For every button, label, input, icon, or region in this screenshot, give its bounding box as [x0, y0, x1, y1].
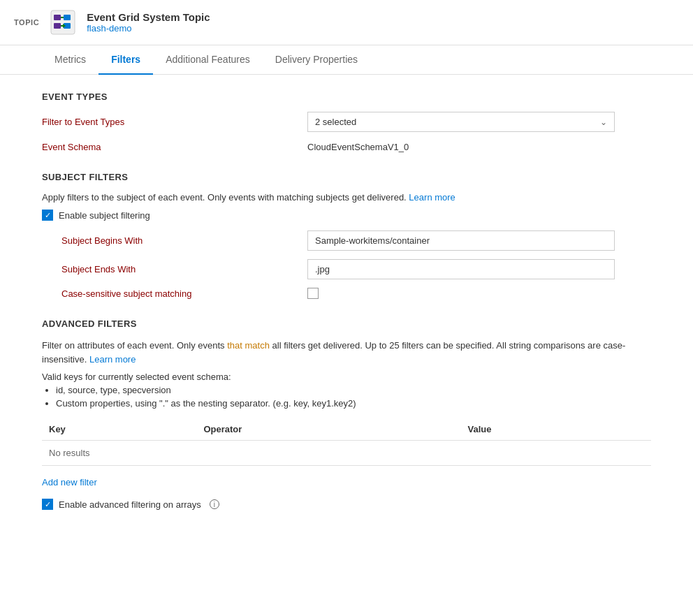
case-sensitive-row: Case-sensitive subject matching — [42, 288, 651, 299]
valid-keys-section: Valid keys for currently selected event … — [42, 372, 651, 409]
subject-filters-desc-text: Apply filters to the subject of each eve… — [42, 192, 407, 203]
enable-subject-filtering-label: Enable subject filtering — [59, 210, 150, 221]
advanced-desc-highlight: that match — [227, 340, 270, 351]
page-header: TOPIC Event Grid System Topic flash-demo — [0, 0, 693, 45]
advanced-desc-part1: Filter on attributes of each event. Only… — [42, 340, 227, 351]
checkmark-icon: ✓ — [45, 212, 51, 219]
subject-filters-section: SUBJECT FILTERS Apply filters to the sub… — [42, 172, 651, 299]
advanced-filters-learn-more[interactable]: Learn more — [89, 354, 136, 365]
tab-metrics[interactable]: Metrics — [42, 45, 99, 75]
tab-delivery-properties[interactable]: Delivery Properties — [263, 45, 370, 75]
resource-title: Event Grid System Topic — [87, 11, 210, 23]
svg-rect-3 — [64, 15, 71, 20]
subject-filters-title: SUBJECT FILTERS — [42, 172, 651, 182]
filter-event-types-dropdown[interactable]: 2 selected ⌄ — [307, 112, 615, 132]
main-content: EVENT TYPES Filter to Event Types 2 sele… — [0, 75, 693, 546]
event-schema-row: Event Schema CloudEventSchemaV1_0 — [42, 142, 651, 152]
valid-keys-list: id, source, type, specversion Custom pro… — [42, 385, 651, 409]
enable-subject-filtering-row: ✓ Enable subject filtering — [42, 210, 651, 221]
tab-additional-features[interactable]: Additional Features — [153, 45, 263, 75]
checkmark-icon-2: ✓ — [45, 501, 51, 508]
dropdown-value: 2 selected — [315, 117, 356, 127]
svg-rect-0 — [51, 10, 75, 34]
subject-filters-desc: Apply filters to the subject of each eve… — [42, 192, 651, 203]
tab-bar: Metrics Filters Additional Features Deli… — [0, 45, 693, 75]
advanced-filters-desc: Filter on attributes of each event. Only… — [42, 339, 651, 366]
advanced-filters-title: ADVANCED FILTERS — [42, 318, 651, 329]
no-results-cell: No results — [42, 441, 651, 466]
subject-begins-with-input[interactable] — [307, 230, 615, 251]
enable-advanced-filtering-checkbox[interactable]: ✓ — [42, 499, 53, 510]
resource-icon — [49, 8, 77, 36]
svg-rect-2 — [54, 23, 61, 29]
subject-ends-with-row: Subject Ends With — [42, 259, 651, 279]
subject-begins-with-label: Subject Begins With — [61, 235, 307, 246]
filter-table-no-results-row: No results — [42, 441, 651, 466]
enable-advanced-filtering-row: ✓ Enable advanced filtering on arrays i — [42, 499, 651, 510]
subject-begins-with-row: Subject Begins With — [42, 230, 651, 251]
case-sensitive-label: Case-sensitive subject matching — [61, 288, 307, 299]
col-value: Value — [461, 418, 651, 441]
filter-event-types-row: Filter to Event Types 2 selected ⌄ — [42, 112, 651, 132]
enable-advanced-filtering-label: Enable advanced filtering on arrays — [59, 499, 201, 510]
add-new-filter-link[interactable]: Add new filter — [42, 477, 97, 487]
col-key: Key — [42, 418, 196, 441]
col-operator: Operator — [196, 418, 460, 441]
valid-key-item-1: id, source, type, specversion — [56, 385, 651, 395]
event-schema-value: CloudEventSchemaV1_0 — [307, 142, 409, 152]
filter-event-types-label: Filter to Event Types — [42, 117, 307, 127]
subject-ends-with-label: Subject Ends With — [61, 264, 307, 274]
resource-info: Event Grid System Topic flash-demo — [87, 11, 210, 34]
valid-key-item-2: Custom properties, using "." as the nest… — [56, 398, 651, 409]
valid-keys-intro: Valid keys for currently selected event … — [42, 372, 651, 382]
enable-subject-filtering-checkbox[interactable]: ✓ — [42, 210, 53, 221]
subject-ends-with-input[interactable] — [307, 259, 615, 279]
info-icon: i — [210, 499, 219, 509]
case-sensitive-checkbox[interactable] — [307, 288, 319, 299]
advanced-filter-table: Key Operator Value No results — [42, 418, 651, 466]
event-types-section: EVENT TYPES Filter to Event Types 2 sele… — [42, 91, 651, 152]
subject-filters-learn-more[interactable]: Learn more — [409, 192, 455, 203]
svg-rect-1 — [54, 15, 61, 20]
filter-table-header-row: Key Operator Value — [42, 418, 651, 441]
event-schema-label: Event Schema — [42, 142, 307, 152]
chevron-down-icon: ⌄ — [600, 117, 607, 127]
event-types-title: EVENT TYPES — [42, 91, 651, 102]
resource-link[interactable]: flash-demo — [87, 23, 131, 34]
resource-type-label: TOPIC — [14, 18, 39, 27]
advanced-filters-section: ADVANCED FILTERS Filter on attributes of… — [42, 318, 651, 510]
tab-filters[interactable]: Filters — [99, 45, 153, 75]
